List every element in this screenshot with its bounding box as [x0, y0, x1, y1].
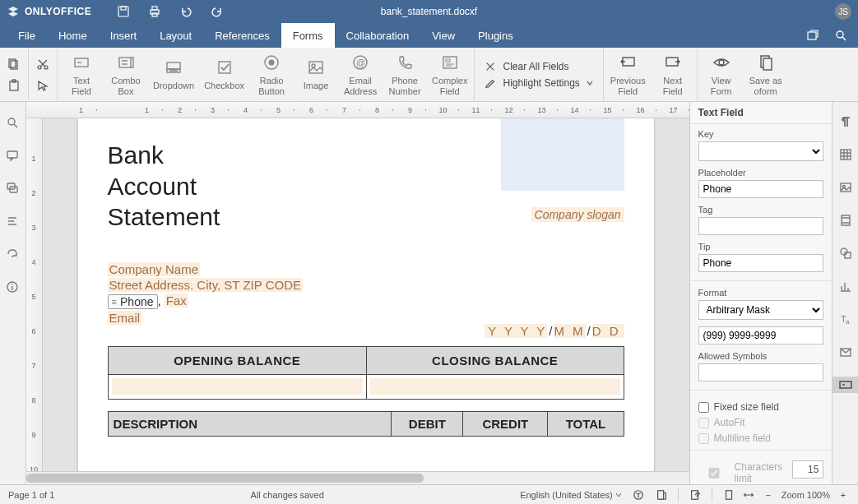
- save-status: All changes saved: [251, 490, 324, 500]
- brand-icon: [7, 5, 20, 18]
- debit-col-header: DEBIT: [392, 411, 463, 436]
- text-art-icon[interactable]: Ta: [837, 311, 854, 327]
- combo-box-button[interactable]: Combo Box: [109, 53, 143, 95]
- paste-icon[interactable]: [7, 78, 21, 93]
- tab-layout[interactable]: Layout: [148, 23, 203, 48]
- form-settings-icon[interactable]: [832, 377, 858, 393]
- zoom-level[interactable]: Zoom 100%: [781, 490, 830, 500]
- redo-icon[interactable]: [210, 4, 225, 19]
- fit-page-icon[interactable]: [722, 488, 735, 502]
- save-icon[interactable]: [116, 4, 131, 19]
- address-field[interactable]: Street Address. City, ST ZIP CODE: [108, 278, 303, 292]
- image-settings-icon[interactable]: [837, 179, 854, 196]
- zoom-out-icon[interactable]: −: [762, 488, 775, 502]
- tag-label: Tag: [698, 205, 824, 215]
- vertical-ruler[interactable]: 1234567891011: [26, 118, 43, 471]
- tab-collaboration[interactable]: Collaboration: [335, 23, 421, 48]
- placeholder-input[interactable]: [698, 180, 824, 198]
- phone-field[interactable]: Phone: [108, 294, 158, 309]
- text-field-button[interactable]: Text Field: [64, 53, 99, 95]
- feedback-icon[interactable]: [5, 247, 20, 261]
- find-icon[interactable]: [5, 115, 20, 130]
- complex-field-button[interactable]: Complex Field: [432, 53, 467, 95]
- page-indicator[interactable]: Page 1 of 1: [8, 490, 54, 500]
- tab-file[interactable]: File: [7, 23, 47, 48]
- fit-width-icon[interactable]: [742, 488, 755, 502]
- tracking-icon[interactable]: [655, 488, 668, 502]
- user-avatar[interactable]: JS: [835, 3, 851, 20]
- multiline-checkbox: Multiline field: [698, 432, 824, 444]
- save-as-oform-button[interactable]: Save as oform: [749, 53, 783, 95]
- svg-rect-3: [152, 7, 157, 10]
- phone-number-icon: [395, 53, 415, 72]
- closing-balance-field[interactable]: [370, 378, 620, 395]
- chat-icon[interactable]: [5, 181, 20, 196]
- svg-rect-23: [443, 57, 457, 68]
- language-selector[interactable]: English (United States): [520, 490, 622, 500]
- fixed-size-checkbox[interactable]: Fixed size field: [698, 401, 824, 413]
- print-icon[interactable]: [147, 4, 162, 19]
- view-form-button[interactable]: View Form: [704, 53, 739, 95]
- headings-icon[interactable]: [5, 214, 20, 229]
- horizontal-ruler[interactable]: 11234567891011121314151617: [26, 102, 689, 118]
- ribbon: Text FieldCombo BoxDropdownCheckboxRadio…: [0, 48, 858, 102]
- paragraph-settings-icon[interactable]: [837, 113, 854, 130]
- page-viewport[interactable]: Company slogan Bank Account Statement Co…: [43, 118, 689, 471]
- slogan-field[interactable]: Company slogan: [531, 207, 624, 222]
- properties-panel: Text Field Key Placeholder Tag Tip Forma…: [689, 102, 832, 484]
- company-name-field[interactable]: Company Name: [108, 262, 200, 276]
- phone-number-button[interactable]: Phone Number: [387, 53, 422, 95]
- spellcheck-icon[interactable]: [632, 488, 645, 502]
- clear-all-fields-button[interactable]: Clear All Fields: [485, 61, 592, 72]
- image-button[interactable]: Image: [299, 58, 333, 90]
- tab-view[interactable]: View: [420, 23, 466, 48]
- shape-settings-icon[interactable]: [837, 245, 854, 261]
- dropdown-button[interactable]: Dropdown: [153, 58, 194, 90]
- tip-input[interactable]: [698, 254, 824, 272]
- document-page[interactable]: Company slogan Bank Account Statement Co…: [78, 118, 654, 471]
- image-placeholder-field[interactable]: [501, 118, 624, 191]
- select-icon[interactable]: [35, 78, 50, 93]
- doc-edit-icon[interactable]: [689, 488, 702, 502]
- comments-icon[interactable]: [5, 148, 20, 163]
- undo-icon[interactable]: [179, 4, 193, 19]
- key-input[interactable]: [698, 141, 824, 161]
- tab-forms[interactable]: Forms: [281, 23, 335, 48]
- open-location-icon[interactable]: [805, 28, 820, 43]
- highlight-settings-button[interactable]: Highlight Settings: [485, 77, 592, 89]
- zoom-in-icon[interactable]: +: [837, 488, 850, 502]
- about-icon[interactable]: [5, 280, 20, 294]
- status-bar: Page 1 of 1 All changes saved English (U…: [0, 484, 858, 504]
- mask-input[interactable]: [698, 326, 824, 344]
- allowed-symbols-input[interactable]: [698, 363, 824, 381]
- checkbox-button[interactable]: Checkbox: [204, 58, 244, 90]
- fax-field[interactable]: Fax: [165, 294, 188, 307]
- opening-balance-field[interactable]: [112, 378, 363, 395]
- email-address-button[interactable]: @Email Address: [343, 53, 378, 95]
- search-icon[interactable]: [833, 28, 848, 43]
- email-field[interactable]: Email: [108, 311, 142, 325]
- characters-limit-input[interactable]: [792, 460, 823, 479]
- horizontal-scrollbar[interactable]: [26, 471, 689, 484]
- svg-point-18: [269, 60, 275, 66]
- menu-bar: FileHomeInsertLayoutReferencesFormsColla…: [0, 23, 858, 48]
- tab-references[interactable]: References: [203, 23, 281, 48]
- svg-point-6: [837, 31, 843, 38]
- cut-icon[interactable]: [35, 57, 50, 72]
- date-field[interactable]: Y Y Y Y/M M/D D: [485, 324, 624, 338]
- tab-plugins[interactable]: Plugins: [466, 23, 525, 48]
- next-field-button[interactable]: Next Field: [656, 53, 690, 95]
- chart-settings-icon[interactable]: [837, 278, 854, 294]
- format-select[interactable]: Arbitrary Mask: [698, 300, 824, 320]
- tag-input[interactable]: [698, 217, 824, 235]
- svg-rect-31: [7, 151, 17, 158]
- mail-merge-icon[interactable]: [837, 344, 854, 360]
- svg-rect-40: [845, 252, 851, 258]
- radio-button-button[interactable]: Radio Button: [254, 53, 289, 95]
- table-settings-icon[interactable]: [837, 146, 854, 163]
- previous-field-button[interactable]: Previous Field: [610, 53, 646, 95]
- tab-insert[interactable]: Insert: [99, 23, 149, 48]
- tab-home[interactable]: Home: [47, 23, 99, 48]
- header-footer-icon[interactable]: [837, 212, 854, 229]
- copy-icon[interactable]: [7, 57, 21, 72]
